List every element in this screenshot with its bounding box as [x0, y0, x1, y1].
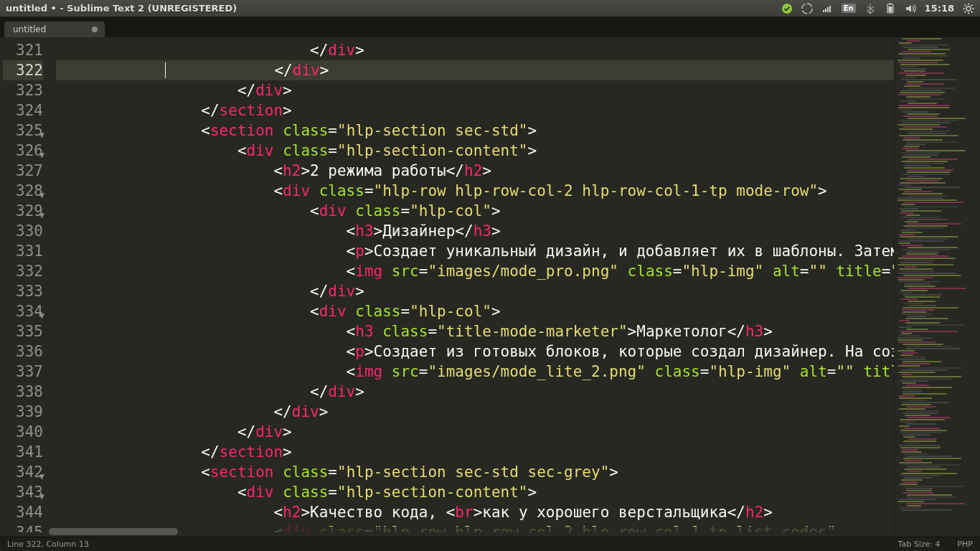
sync-ok-icon[interactable] — [781, 3, 793, 14]
code-area[interactable]: </div> </div> </div> </section> <section… — [49, 37, 894, 537]
spinner-icon[interactable] — [801, 3, 813, 14]
tab-dirty-indicator-icon — [92, 27, 98, 32]
minimap[interactable] — [894, 37, 980, 537]
svg-line-16 — [971, 4, 973, 6]
svg-rect-4 — [829, 6, 831, 12]
volume-icon[interactable] — [905, 3, 916, 14]
status-position[interactable]: Line 322, Column 13 — [7, 540, 89, 549]
svg-rect-1 — [823, 10, 824, 12]
svg-line-15 — [965, 11, 966, 12]
status-tabsize[interactable]: Tab Size: 4 — [898, 540, 941, 549]
system-tray: En 15:18 — [781, 3, 974, 14]
line-gutter[interactable]: 321322323324325▼326▼327328▼329▼330331332… — [0, 37, 49, 537]
network-icon[interactable] — [821, 3, 833, 14]
battery-icon[interactable] — [885, 3, 896, 14]
status-syntax[interactable]: PHP — [957, 540, 973, 549]
tab-untitled[interactable]: untitled — [4, 22, 105, 37]
keyboard-lang-indicator[interactable]: En — [842, 4, 856, 13]
svg-rect-3 — [827, 7, 829, 12]
svg-rect-2 — [825, 9, 826, 12]
tab-bar: untitled — [0, 17, 980, 37]
bluetooth-icon[interactable] — [864, 3, 876, 14]
tab-label: untitled — [13, 24, 46, 34]
horizontal-scrollbar[interactable] — [49, 527, 894, 537]
editor: 321322323324325▼326▼327328▼329▼330331332… — [0, 37, 980, 537]
session-gear-icon[interactable] — [963, 3, 974, 14]
svg-rect-7 — [888, 6, 892, 12]
clock[interactable]: 15:18 — [925, 3, 954, 14]
svg-rect-6 — [889, 3, 892, 4]
svg-point-8 — [966, 6, 971, 11]
svg-line-14 — [971, 11, 973, 12]
svg-line-13 — [965, 4, 966, 6]
scroll-thumb[interactable] — [49, 528, 178, 535]
window-title: untitled • - Sublime Text 2 (UNREGISTERE… — [6, 3, 237, 14]
window-titlebar: untitled • - Sublime Text 2 (UNREGISTERE… — [0, 0, 980, 17]
status-bar: Line 322, Column 13 Tab Size: 4 PHP — [0, 537, 980, 551]
